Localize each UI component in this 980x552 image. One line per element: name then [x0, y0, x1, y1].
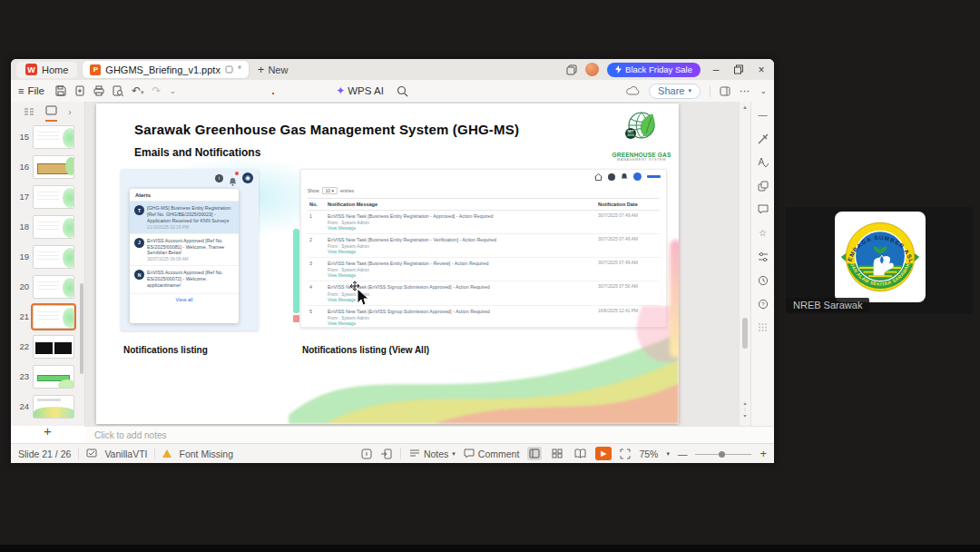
slide-thumbnail[interactable]: 15: [11, 122, 84, 152]
tab-home[interactable]: W Home: [16, 62, 77, 78]
notes-toggle[interactable]: Notes▾: [409, 448, 456, 459]
view-message-link[interactable]: View Message: [328, 226, 594, 231]
slide-sorter-button[interactable]: [550, 447, 564, 460]
print-icon[interactable]: [93, 85, 104, 96]
menu-item[interactable]: [191, 88, 192, 94]
collapse-pane-icon[interactable]: —: [757, 109, 769, 121]
file-menu[interactable]: ≡ File: [18, 85, 44, 96]
zoom-slider-knob[interactable]: [719, 451, 725, 458]
user-avatar[interactable]: [585, 63, 599, 76]
zoom-slider[interactable]: [695, 448, 751, 459]
zoom-dropdown-icon[interactable]: ▾: [666, 450, 670, 458]
view-message-link[interactable]: View Message: [328, 273, 594, 278]
fit-screen-icon[interactable]: [620, 448, 631, 459]
modified-marker: *: [238, 64, 241, 74]
slide-thumbnail[interactable]: 22: [11, 331, 84, 361]
cloud-sync-icon[interactable]: [626, 86, 640, 96]
thumbnail-scrollbar[interactable]: [80, 283, 83, 374]
slideshow-play-button[interactable]: ▶: [595, 447, 612, 460]
collapse-ribbon-icon[interactable]: ⌄: [760, 86, 767, 95]
save-icon[interactable]: [55, 85, 66, 96]
add-slide-button[interactable]: +: [11, 423, 84, 439]
new-tab-button[interactable]: + New: [258, 63, 289, 76]
menu-item[interactable]: [223, 88, 225, 94]
slide-thumbnail[interactable]: 19: [11, 242, 84, 271]
divider: [400, 448, 401, 459]
share-button[interactable]: Share ▾: [649, 84, 701, 99]
slide-number: 19: [16, 251, 29, 261]
history-icon[interactable]: [757, 274, 769, 286]
reading-view-button[interactable]: [573, 447, 587, 460]
task-pane-icon[interactable]: [720, 86, 730, 96]
alert-item[interactable]: T [GHG-MS] Business Entity Registration …: [130, 202, 239, 234]
menu-item[interactable]: [321, 88, 323, 94]
undo-button[interactable]: ↶▾: [132, 84, 144, 97]
notes-area[interactable]: Click to add notes: [85, 426, 774, 443]
entries-select[interactable]: 10 ▾: [322, 187, 338, 194]
scroll-up-icon[interactable]: ▲: [740, 104, 750, 110]
template-name[interactable]: VanillaVTI: [104, 448, 147, 459]
slide-thumbnail[interactable]: 23: [11, 361, 84, 391]
menu-item[interactable]: [272, 87, 274, 94]
quick-tools-icon[interactable]: [757, 133, 769, 144]
promo-button[interactable]: Black Friday Sale: [607, 63, 701, 77]
redo-button[interactable]: ↷: [152, 84, 162, 97]
zoom-out-button[interactable]: —: [678, 448, 688, 459]
zoom-in-button[interactable]: +: [760, 447, 767, 460]
alert-item[interactable]: N EnVISS Account Approved [Ref No. ES/20…: [130, 266, 239, 294]
outline-view-icon[interactable]: [24, 107, 34, 117]
alert-text: EnVISS Account Approved [Ref No. ES/2025…: [147, 238, 234, 257]
menu-item[interactable]: [240, 88, 241, 94]
slide-thumbnail[interactable]: 20: [11, 271, 84, 301]
toolbar-more-icon[interactable]: ⌄: [170, 86, 177, 95]
slide-title: Sarawak Greenhouse Gas Management System…: [134, 122, 519, 137]
comment-button[interactable]: Comment: [464, 448, 520, 459]
help-circle-icon[interactable]: ?: [757, 298, 769, 310]
slide-thumbnail[interactable]: 21: [11, 301, 84, 331]
canvas-scrollbar[interactable]: ▲ ▴ ⁞ ▾: [739, 102, 750, 426]
alert-item[interactable]: J EnVISS Account Approved [Ref No. ES/20…: [130, 234, 239, 267]
next-slide-button[interactable]: ▾: [740, 412, 750, 420]
window-stack-icon[interactable]: [566, 64, 577, 75]
menu-item[interactable]: [305, 88, 307, 94]
slide-canvas[interactable]: Sarawak Greenhouse Gas Management System…: [85, 102, 739, 426]
menu-item[interactable]: [256, 88, 258, 94]
slide-thumbnail[interactable]: 17: [11, 182, 84, 212]
slide-view-icon[interactable]: [45, 105, 57, 115]
minimize-button[interactable]: –: [709, 64, 723, 76]
desktop-shift-icon[interactable]: [380, 448, 392, 459]
comment-pane-icon[interactable]: [757, 203, 769, 215]
more-options-icon[interactable]: ⋯: [740, 84, 751, 97]
view-message-link[interactable]: View Message: [328, 250, 594, 254]
scrollbar-thumb[interactable]: [742, 318, 748, 349]
template-icon[interactable]: [86, 448, 97, 458]
plus-icon: +: [258, 63, 265, 76]
settings-sliders-icon[interactable]: [757, 251, 769, 262]
tab-document[interactable]: P GHGMS_Briefing_v1.pptx *: [83, 61, 248, 78]
menu-item[interactable]: [207, 88, 209, 94]
normal-view-button[interactable]: [527, 447, 542, 460]
decor-waves: [289, 306, 679, 424]
apps-grid-icon[interactable]: [757, 321, 769, 333]
export-icon[interactable]: [74, 85, 85, 96]
zoom-level[interactable]: 75%: [639, 448, 658, 459]
menu-item[interactable]: [289, 88, 290, 94]
selection-pane-icon[interactable]: [361, 448, 372, 459]
search-icon[interactable]: [397, 85, 408, 97]
slide-thumbnail[interactable]: 16: [11, 152, 84, 182]
slide-thumbnail[interactable]: 18: [11, 212, 84, 242]
font-missing-label[interactable]: Font Missing: [179, 448, 233, 459]
view-all-link[interactable]: View all: [130, 294, 239, 305]
shapes-icon[interactable]: [757, 180, 769, 192]
proofing-icon[interactable]: [757, 156, 769, 168]
restore-button[interactable]: [731, 64, 746, 74]
wps-ai-button[interactable]: ✦ WPS AI: [336, 84, 384, 97]
favorites-icon[interactable]: ☆: [757, 227, 769, 239]
panel-expand-icon[interactable]: ›: [68, 107, 71, 117]
close-button[interactable]: ×: [754, 64, 769, 76]
print-preview-icon[interactable]: [113, 85, 123, 96]
file-menu-label: File: [27, 85, 44, 96]
participant-tile[interactable]: LEMBAGA SUMBER ASLI DAN ALAM SEKITAR SAR…: [786, 207, 973, 314]
cell-message: EnVISS New Task [Business Entity Registr…: [328, 237, 594, 243]
slide-thumbnail[interactable]: 24: [11, 391, 84, 421]
